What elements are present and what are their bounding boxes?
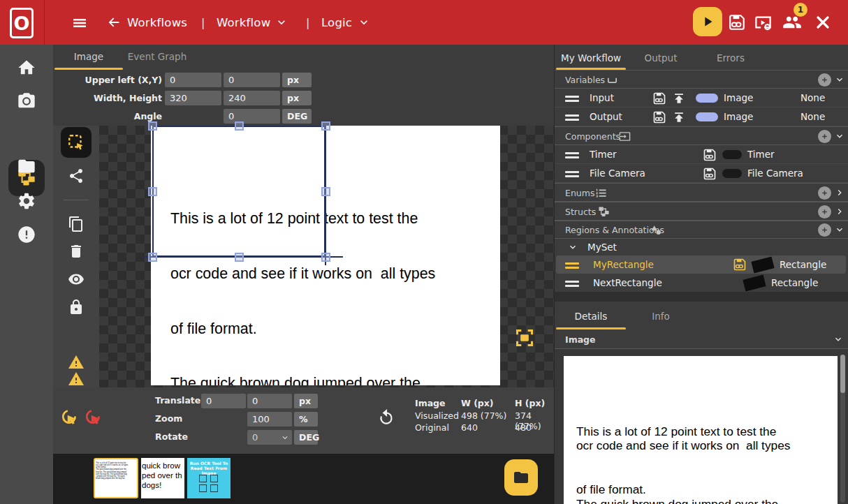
breadcrumb-workflows[interactable]: Workflows [127, 0, 187, 45]
hamburger-menu-icon[interactable] [71, 15, 88, 31]
add-struct-button[interactable] [818, 205, 831, 218]
sidebar-item-files[interactable] [17, 156, 36, 176]
thumbnail-3[interactable]: Run OCR Tool To Read Text From Image [187, 458, 231, 498]
component-row-file-camera[interactable]: File Camera File Camera [555, 164, 848, 183]
preview-image[interactable]: This is a lot of 12 point text to test t… [564, 356, 838, 504]
expand-enums-chevron[interactable] [834, 187, 845, 198]
selection-handle-sw[interactable] [148, 253, 157, 262]
collapse-variables-chevron[interactable] [834, 74, 845, 85]
record-click-yellow-icon[interactable] [61, 408, 79, 427]
translate-x-input[interactable]: 0 [201, 394, 246, 408]
tab-info[interactable]: Info [626, 311, 696, 322]
save-link-icon[interactable] [652, 110, 666, 124]
drag-handle-icon[interactable] [565, 262, 579, 271]
publish-icon[interactable] [672, 110, 686, 124]
add-component-button[interactable] [818, 130, 831, 143]
save-link-icon[interactable] [703, 148, 717, 162]
tab-event-graph[interactable]: Event Graph [123, 51, 191, 62]
save-link-icon[interactable] [703, 167, 717, 181]
collapse-set-chevron[interactable] [567, 242, 578, 253]
sidebar-item-home[interactable] [17, 58, 36, 77]
delete-icon[interactable] [68, 243, 85, 260]
warning-icon-2[interactable] [68, 371, 85, 387]
selection-handle-w[interactable] [148, 187, 157, 196]
collapse-regions-chevron[interactable] [834, 224, 845, 235]
selection-handle-se[interactable] [321, 253, 330, 262]
drag-handle-icon[interactable] [565, 171, 579, 179]
tab-output[interactable]: Output [626, 52, 696, 64]
save-link-icon[interactable] [728, 13, 746, 31]
selection-handle-nw[interactable] [148, 121, 157, 131]
header-divider [44, 0, 45, 45]
marquee-select-tool-active[interactable] [61, 127, 92, 158]
section-components[interactable]: Components [555, 126, 848, 145]
translate-y-input[interactable]: 0 [247, 394, 292, 408]
record-click-red-icon[interactable] [85, 408, 103, 427]
tab-details[interactable]: Details [556, 311, 626, 322]
save-link-icon[interactable] [652, 91, 666, 105]
selection-handle-e[interactable] [321, 187, 330, 196]
workflow-menu[interactable]: Workflow [217, 0, 288, 45]
publish-icon[interactable] [672, 91, 686, 105]
back-arrow-icon[interactable] [106, 15, 122, 30]
fit-to-screen-icon[interactable] [515, 328, 534, 348]
section-regions-annotations[interactable]: Regions & Annotations [555, 221, 848, 239]
variable-row-output[interactable]: Output Image None [555, 108, 848, 126]
drag-handle-icon[interactable] [565, 96, 579, 104]
add-enum-button[interactable] [818, 186, 831, 200]
tab-my-workflow[interactable]: My Workflow [556, 52, 626, 64]
region-row-nextrectangle[interactable]: NextRectangle Rectangle [555, 274, 848, 292]
region-selection-rectangle[interactable] [152, 126, 326, 257]
share-nodes-icon[interactable] [68, 168, 85, 184]
variables-label: Variables [565, 75, 605, 85]
type-pill [696, 94, 718, 103]
drag-handle-icon[interactable] [565, 152, 579, 161]
height-input[interactable]: 240 [224, 91, 280, 105]
upper-left-y-input[interactable]: 0 [224, 73, 280, 87]
rotate-value: 0 [252, 432, 258, 443]
section-enums[interactable]: Enums [555, 183, 848, 202]
component-row-timer[interactable]: Timer Timer [555, 145, 848, 164]
expand-structs-chevron[interactable] [834, 206, 845, 217]
sidebar-item-alerts[interactable] [17, 225, 36, 244]
rotate-select[interactable]: 0 [247, 430, 292, 445]
reset-view-icon[interactable] [377, 408, 395, 427]
section-image-preview[interactable]: Image [555, 329, 848, 349]
save-link-icon[interactable] [733, 258, 747, 272]
collapse-image-chevron[interactable] [833, 334, 844, 345]
region-row-myrectangle-selected[interactable]: MyRectangle Rectangle [556, 255, 846, 274]
selection-handle-n[interactable] [235, 121, 244, 131]
section-structs[interactable]: Structs [555, 202, 848, 221]
upper-left-x-input[interactable]: 0 [165, 73, 221, 87]
video-settings-icon[interactable] [754, 13, 773, 32]
variable-row-input[interactable]: Input Image None [555, 89, 848, 108]
copy-icon[interactable] [68, 216, 85, 232]
add-region-button[interactable] [818, 223, 831, 237]
logic-menu[interactable]: Logic [321, 0, 371, 45]
selection-handle-ne[interactable] [321, 121, 330, 131]
tab-image[interactable]: Image [54, 51, 123, 62]
selection-handle-s[interactable] [235, 253, 244, 262]
add-variable-button[interactable] [818, 73, 831, 87]
open-folder-button[interactable] [504, 459, 538, 496]
preview-scrollbar-thumb[interactable] [840, 355, 845, 393]
sidebar-item-camera[interactable] [17, 91, 36, 111]
region-set-row[interactable]: MySet [555, 239, 848, 255]
tab-errors[interactable]: Errors [696, 52, 766, 64]
drag-handle-icon[interactable] [565, 281, 579, 289]
zoom-input[interactable]: 100 [247, 412, 292, 427]
drag-handle-icon[interactable] [565, 114, 579, 123]
warning-icon-1[interactable] [68, 354, 85, 371]
thumbnail-2[interactable]: quick brow ped over th dogs! [141, 458, 184, 498]
visibility-icon[interactable] [68, 271, 85, 288]
preview-scrollbar[interactable] [840, 355, 845, 503]
close-icon[interactable] [814, 14, 831, 31]
angle-input[interactable]: 0 [224, 109, 280, 124]
collapse-components-chevron[interactable] [834, 131, 845, 142]
section-variables[interactable]: Variables [555, 70, 848, 89]
thumbnail-1-selected[interactable]: This is a lot of 12 point text to test t… [94, 458, 138, 498]
run-workflow-button[interactable] [693, 7, 722, 36]
sidebar-item-settings[interactable] [17, 191, 36, 211]
lock-icon[interactable] [68, 299, 85, 316]
width-input[interactable]: 320 [165, 91, 221, 105]
